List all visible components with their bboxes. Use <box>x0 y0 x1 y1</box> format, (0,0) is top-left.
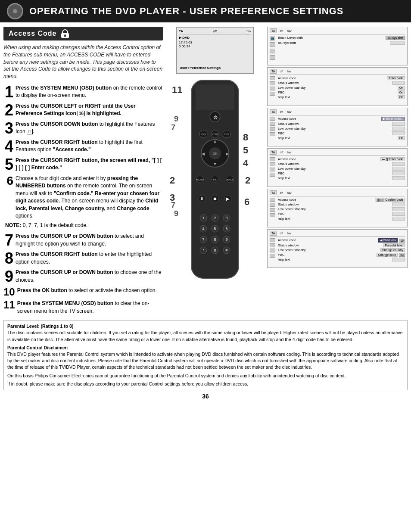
panel-4-row-4: PBC <box>278 171 405 175</box>
svg-text:SYS: SYS <box>201 133 206 136</box>
page-header: Operating the DVD Player - User Preferen… <box>0 0 411 22</box>
panel-2-row-1-value: Enter code <box>387 76 405 80</box>
main-content: Access Code When using and making change… <box>0 22 411 317</box>
panel-5-row-5-label: help text <box>278 217 290 221</box>
panel-3-row-3-value <box>392 127 405 131</box>
step-1-text: Press the SYSTEM MENU (OSD) button on th… <box>16 84 163 100</box>
panel-3-row-1-label: Access code <box>278 117 296 121</box>
panel-3-row-4-value <box>392 131 405 135</box>
step-4: 4 Press the CURSOR RIGHT button to highl… <box>3 139 163 154</box>
panel-5-row-1-value: |||||||||| Confirm code <box>375 198 405 202</box>
step-7: 7 Press the CURSOR UP or DOWN button to … <box>3 233 163 248</box>
panel-4-row-5-label: help text <box>278 176 290 180</box>
svg-text:⏸: ⏸ <box>200 196 204 201</box>
panel-4-icon-spk <box>270 162 275 166</box>
remote-num-1: 1 <box>200 95 206 109</box>
panel-5-icon-phn <box>270 208 275 212</box>
disclaimer-text-1: This DVD player features the Parental Co… <box>7 351 404 371</box>
panel-6-row-4-value: Change code 53 <box>377 253 405 257</box>
step-8-number: 8 <box>3 251 16 266</box>
panel-5-row-2-label: Status window <box>278 202 299 206</box>
panel-4-tab-fav: fav <box>286 150 293 154</box>
step-8-text: Press the CURSOR RIGHT button to enter t… <box>16 251 163 266</box>
panel-6-row-4: PBC Change code 53 <box>278 253 405 257</box>
lock-icon <box>61 29 69 38</box>
panel-3-row-5: help text On <box>278 136 405 140</box>
svg-text:#: # <box>225 248 227 252</box>
panel-6-row-2-label: Status window <box>278 243 299 247</box>
step-7-number: 7 <box>3 233 16 248</box>
panel-6-tab-off: off <box>278 231 284 235</box>
panel-3-row-5-label: help text <box>278 136 290 140</box>
panel-6-tab-fav: fav <box>286 231 293 235</box>
step-3-number: 3 <box>3 121 16 136</box>
step-1-number: 1 <box>3 84 16 100</box>
panel-4-icon-phn <box>270 168 275 171</box>
panel-3-tab-dvd: TA <box>270 109 277 114</box>
panel-5-rows: Access code |||||||||| Confirm code Stat… <box>278 198 405 221</box>
right-column: TA off fav 📺 Black Level shift blu sys s… <box>267 27 408 317</box>
svg-text:2: 2 <box>214 216 216 220</box>
panel-5-row-2: Status window <box>278 202 405 206</box>
svg-text:9: 9 <box>225 237 227 242</box>
disc-icon <box>7 3 23 19</box>
panel-5: TA off fav Access code |||||||||| Confir… <box>267 189 408 227</box>
panel-4-header: TA off fav <box>270 150 405 156</box>
svg-text:◀: ◀ <box>202 152 205 156</box>
panel-2-tab-off: off <box>278 69 284 73</box>
svg-text:▶: ▶ <box>226 152 229 156</box>
page-number: 36 <box>0 390 411 401</box>
svg-text:⏹: ⏹ <box>213 196 217 201</box>
panel-3-row-1: Access code ▶ Enter code... <box>278 117 405 121</box>
panel-1-row-2-value <box>390 41 405 45</box>
panel-4-tab-dvd: TA <box>270 150 277 155</box>
svg-text:OK: OK <box>213 178 217 181</box>
panel-1: TA off fav 📺 Black Level shift blu sys s… <box>267 27 408 65</box>
step-11: 11 Press the SYSTEM MENU (OSD) button to… <box>3 300 163 315</box>
panel-2-row-4: PBC On <box>278 90 405 94</box>
panel-4-row-4-label: PBC <box>278 171 284 175</box>
panel-4-icon-sq <box>270 173 275 177</box>
panel-4-row-1-label: Access code <box>278 157 296 161</box>
step-4-number: 4 <box>3 139 16 154</box>
panel-4-icon-tv <box>270 157 275 161</box>
panel-4-row-3-value <box>392 167 405 171</box>
panel-2-icon-tv <box>270 76 275 80</box>
panel-1-tab-dvd: TA <box>270 28 277 33</box>
step-10-number: 10 <box>3 287 17 297</box>
remote-control: ⏻ ▲ ▼ ◀ ▶ OK SYS OSD DIS <box>168 76 262 291</box>
panel-4: TA off fav Access code ••• [] Enter code <box>267 148 408 187</box>
svg-text:4: 4 <box>202 227 204 231</box>
step-5: 5 Press the CURSOR RIGHT button, the scr… <box>3 157 163 172</box>
panel-6-icon-spk <box>270 243 275 247</box>
panel-6-rows: Access code ◀ Child lock 16 Status windo… <box>278 238 405 261</box>
middle-column: TA off fav ▶ DVD 17:45:030:00:34 User Pr… <box>165 27 265 317</box>
step-10: 10 Press the OK button to select or acti… <box>3 287 163 297</box>
panel-5-tab-dvd: TA <box>270 190 277 195</box>
panel-6-row-5-value <box>392 258 405 261</box>
remote-num-7-bottom: 7 <box>171 201 175 210</box>
remote-num-11: 11 <box>172 84 182 96</box>
svg-text:▶: ▶ <box>226 196 230 201</box>
remote-num-6: 6 <box>244 196 249 208</box>
panel-2-header: TA off fav <box>270 69 405 75</box>
footer-section: Parental Level: (Ratings 1 to 8) The dis… <box>3 320 408 390</box>
remote-num-4: 4 <box>243 158 248 169</box>
panel-4-row-4-value <box>392 171 405 175</box>
panel-2-icon-sq <box>270 92 275 96</box>
panel-2-icon-phn <box>270 87 275 90</box>
panel-3-row-5-value: On <box>398 136 405 140</box>
screen-preview-top: TA off fav <box>179 29 251 34</box>
panel-6: TA off fav Access code ◀ Child lock <box>267 229 408 268</box>
step-3: 3 Press the CURSOR DOWN button to highli… <box>3 121 163 136</box>
panel-3-row-2-label: Status window <box>278 122 299 126</box>
svg-text:5: 5 <box>214 227 216 231</box>
panel-5-icon-sq <box>270 213 275 217</box>
svg-text:1: 1 <box>202 216 204 220</box>
screen-dvd-label: ▶ DVD <box>179 36 251 40</box>
step-8: 8 Press the CURSOR RIGHT button to enter… <box>3 251 163 266</box>
panel-1-icon-tv: 📺 <box>270 36 275 40</box>
panel-6-header: TA off fav <box>270 231 405 237</box>
panel-6-row-3-value: Change country <box>380 248 405 252</box>
panel-2-row-4-label: PBC <box>278 90 284 94</box>
